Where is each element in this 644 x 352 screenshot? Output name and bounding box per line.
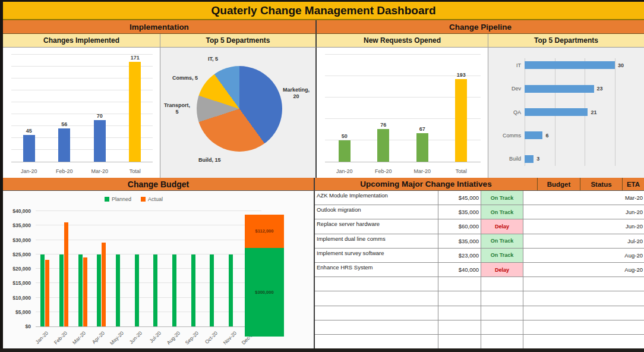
table-row: Replace server hardware$60,000DelayJun-2… bbox=[315, 219, 644, 234]
cell-eta bbox=[523, 335, 644, 348]
cell-budget bbox=[438, 335, 481, 348]
bar-group: 193 bbox=[442, 55, 481, 162]
bar-actual bbox=[64, 222, 68, 326]
cell-initiative-name: Implement survey software bbox=[315, 249, 438, 262]
dashboard-content: Quaterly Change Management Dashboard Imp… bbox=[3, 2, 644, 348]
plot-area: IT30Dev23QA21Comms6Build3 bbox=[488, 54, 639, 171]
bar-group bbox=[73, 211, 92, 326]
cell-budget: $45,000 bbox=[438, 191, 481, 205]
cell-eta bbox=[523, 320, 644, 334]
section-header-row: Implementation Change Pipeline bbox=[3, 20, 644, 34]
bar-group bbox=[149, 211, 168, 326]
bar-group bbox=[111, 211, 130, 326]
data-label: 45 bbox=[26, 128, 32, 134]
data-label: 30 bbox=[618, 62, 624, 68]
cell-eta bbox=[523, 306, 644, 320]
cell-initiative-name: Outlook migration bbox=[315, 205, 438, 219]
charts-row: 455670171Jan-20Feb-20Mar-20Total Marketi… bbox=[3, 48, 644, 178]
ytick-label: $30,000 bbox=[2, 237, 31, 243]
cell-status: Delay bbox=[481, 219, 523, 233]
bar-planned bbox=[153, 254, 157, 326]
bar-group bbox=[36, 211, 55, 326]
bar-group: Dev23 bbox=[488, 77, 639, 100]
cell-budget bbox=[438, 306, 481, 320]
header-upcoming-initiatives: Upcoming Major Change Intiatives bbox=[315, 178, 538, 191]
cell-budget bbox=[438, 291, 481, 305]
bar-planned bbox=[191, 254, 195, 326]
chart-top5-departments-pie: Marketing, 20Build, 15Transport, 5Comms,… bbox=[160, 48, 317, 178]
bar-group bbox=[92, 211, 111, 326]
bottom-row: PlannedActual$0$5,000$10,000$15,000$20,0… bbox=[3, 191, 644, 348]
data-label: 70 bbox=[97, 113, 103, 119]
column-header-eta: ETA bbox=[623, 178, 644, 191]
bar-group: QA21 bbox=[488, 100, 639, 124]
bar-planned bbox=[116, 254, 120, 326]
table-row bbox=[315, 277, 644, 291]
cell-status: On Track bbox=[481, 205, 523, 219]
section-header-implementation: Implementation bbox=[3, 20, 317, 34]
legend: PlannedActual bbox=[56, 196, 211, 202]
chart-new-requests-opened: 507667193Jan-20Feb-20Mar-20Total bbox=[317, 48, 488, 178]
legend-swatch bbox=[105, 197, 109, 202]
table-row bbox=[315, 306, 644, 320]
ytick-label: $20,000 bbox=[2, 266, 31, 272]
bar-actual bbox=[83, 257, 87, 326]
bar-series: 455670171 bbox=[11, 55, 153, 162]
data-label: 171 bbox=[131, 55, 140, 61]
bar-group bbox=[186, 211, 205, 326]
bar-dev bbox=[525, 85, 594, 93]
ytick-label: $5,000 bbox=[2, 309, 31, 315]
data-label: 193 bbox=[457, 72, 466, 78]
bar-group bbox=[224, 211, 243, 326]
axis-label: Total bbox=[442, 168, 481, 174]
chart-changes-implemented: 455670171Jan-20Feb-20Mar-20Total bbox=[3, 48, 160, 178]
bar-group bbox=[168, 211, 187, 326]
bar-feb-20 bbox=[58, 128, 70, 162]
bar-group: Comms6 bbox=[488, 124, 639, 147]
ytick-label: $15,000 bbox=[2, 280, 31, 286]
cell-budget bbox=[438, 320, 481, 334]
data-label: 56 bbox=[61, 121, 67, 127]
pie-label-it: IT, 5 bbox=[208, 56, 218, 62]
cell-initiative-name bbox=[315, 277, 438, 291]
ytick-label: $35,000 bbox=[2, 222, 31, 228]
bar-mar-20 bbox=[94, 120, 106, 162]
subheader-row: Changes Implemented Top 5 Departments Ne… bbox=[3, 34, 644, 48]
cell-eta: Aug-20 bbox=[523, 249, 644, 262]
bar-series bbox=[36, 211, 261, 326]
legend-swatch bbox=[141, 197, 146, 202]
cell-initiative-name: Enhance HRS System bbox=[315, 263, 438, 276]
bar-jan-20 bbox=[23, 135, 35, 162]
bar-group: 45 bbox=[11, 55, 47, 162]
cell-initiative-name: Replace server hardware bbox=[315, 219, 438, 233]
bar-total bbox=[129, 62, 141, 162]
stacked-total-bar: $112,000$300,000 bbox=[245, 215, 284, 337]
dashboard: Quaterly Change Management Dashboard Imp… bbox=[0, 0, 644, 352]
bar-feb-20 bbox=[377, 129, 389, 162]
pie-label-comms: Comms, 5 bbox=[172, 75, 198, 81]
table-row bbox=[315, 320, 644, 335]
bar-planned bbox=[97, 254, 101, 326]
page-title: Quaterly Change Management Dashboard bbox=[3, 2, 644, 20]
bar-group: 70 bbox=[82, 55, 118, 162]
cell-initiative-name bbox=[315, 306, 438, 320]
bar-pair bbox=[210, 211, 219, 326]
ytick-label: $0 bbox=[2, 323, 31, 329]
ytick-label: $25,000 bbox=[2, 252, 31, 257]
bar-group: 171 bbox=[118, 55, 153, 162]
bar-group: 50 bbox=[325, 55, 364, 162]
pie-label-transport: Transport, 5 bbox=[164, 102, 190, 115]
pie-label-marketing: Marketing, 20 bbox=[283, 87, 310, 100]
bar-pair bbox=[229, 211, 238, 326]
cell-budget: $35,000 bbox=[438, 234, 481, 248]
cell-eta bbox=[523, 291, 644, 305]
cell-status: Delay bbox=[481, 263, 523, 276]
bar-planned bbox=[172, 254, 176, 326]
bar-group: Build3 bbox=[488, 147, 639, 171]
data-label: 67 bbox=[419, 126, 425, 132]
ytick-label: $10,000 bbox=[2, 295, 31, 301]
cell-initiative-name bbox=[315, 335, 438, 348]
axis-label: Mar-20 bbox=[82, 168, 118, 174]
axis-label: IT bbox=[488, 62, 525, 68]
bar-pair bbox=[59, 211, 68, 326]
